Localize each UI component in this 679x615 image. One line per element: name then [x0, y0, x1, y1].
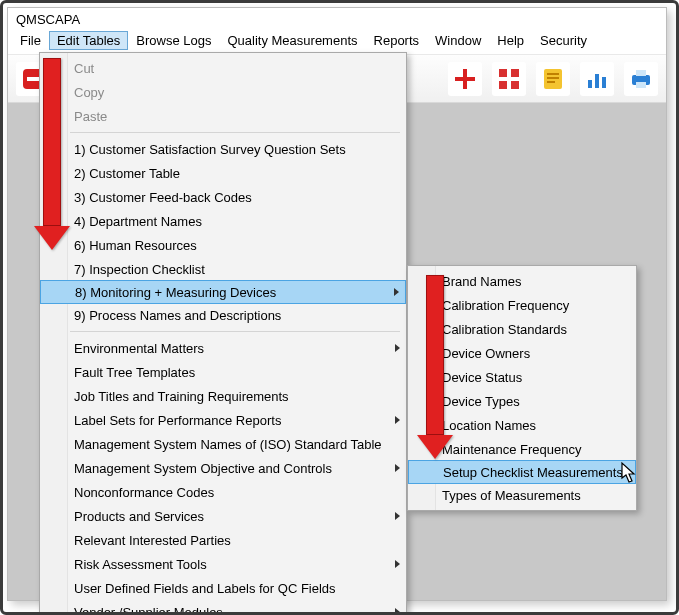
menu-department-names[interactable]: 4) Department Names — [40, 209, 406, 233]
menu-label-sets-performance[interactable]: Label Sets for Performance Reports — [40, 408, 406, 432]
submenu-device-status[interactable]: Device Status — [408, 365, 636, 389]
menu-label: Device Status — [442, 370, 522, 385]
menu-label: 8) Monitoring + Measuring Devices — [75, 285, 276, 300]
menu-label: 9) Process Names and Descriptions — [74, 308, 281, 323]
submenu-arrow-icon — [395, 464, 400, 472]
submenu-calibration-frequency[interactable]: Calibration Frequency — [408, 293, 636, 317]
menu-label: Paste — [74, 109, 107, 124]
menu-edit-tables[interactable]: Edit Tables — [49, 31, 128, 50]
menu-interested-parties[interactable]: Relevant Interested Parties — [40, 528, 406, 552]
menu-risk-assessment-tools[interactable]: Risk Assessment Tools — [40, 552, 406, 576]
menu-label: Risk Assessment Tools — [74, 557, 207, 572]
toolbar-printer-button[interactable] — [624, 62, 658, 96]
menu-customer-satisfaction[interactable]: 1) Customer Satisfaction Survey Question… — [40, 137, 406, 161]
menu-label: Cut — [74, 61, 94, 76]
menu-vendor-supplier-modules[interactable]: Vendor /Supplier Modules — [40, 600, 406, 615]
menu-quality-measurements[interactable]: Quality Measurements — [219, 31, 365, 50]
submenu-calibration-standards[interactable]: Calibration Standards — [408, 317, 636, 341]
submenu-brand-names[interactable]: Brand Names — [408, 269, 636, 293]
toolbar-notes-button[interactable] — [536, 62, 570, 96]
submenu-arrow-icon — [395, 416, 400, 424]
menu-objective-controls[interactable]: Management System Objective and Controls — [40, 456, 406, 480]
menu-label: Job Titles and Training Requirements — [74, 389, 289, 404]
menu-label: Location Names — [442, 418, 536, 433]
svg-rect-16 — [636, 70, 646, 76]
menu-label: Environmental Matters — [74, 341, 204, 356]
menu-label: Vendor /Supplier Modules — [74, 605, 223, 616]
menu-process-names[interactable]: 9) Process Names and Descriptions — [40, 303, 406, 327]
submenu-arrow-icon — [394, 288, 399, 296]
menu-label: Device Owners — [442, 346, 530, 361]
submenu-arrow-icon — [395, 560, 400, 568]
submenu-location-names[interactable]: Location Names — [408, 413, 636, 437]
menu-separator — [40, 327, 406, 336]
menu-label: 6) Human Resources — [74, 238, 197, 253]
edit-tables-dropdown: Cut Copy Paste 1) Customer Satisfaction … — [39, 52, 407, 615]
menu-help[interactable]: Help — [489, 31, 532, 50]
svg-rect-12 — [588, 80, 592, 88]
submenu-arrow-icon — [395, 608, 400, 615]
menu-nonconformance-codes[interactable]: Nonconformance Codes — [40, 480, 406, 504]
svg-rect-7 — [511, 81, 519, 89]
menu-customer-feedback-codes[interactable]: 3) Customer Feed-back Codes — [40, 185, 406, 209]
menu-reports[interactable]: Reports — [366, 31, 428, 50]
submenu-device-types[interactable]: Device Types — [408, 389, 636, 413]
toolbar-plus-button[interactable] — [448, 62, 482, 96]
menu-job-titles-training[interactable]: Job Titles and Training Requirements — [40, 384, 406, 408]
printer-icon — [628, 66, 654, 92]
menu-label: Setup Checklist Measurements — [443, 465, 623, 480]
menu-label: Nonconformance Codes — [74, 485, 214, 500]
submenu-setup-checklist-measurements[interactable]: Setup Checklist Measurements — [408, 460, 636, 484]
toolbar-grid-button[interactable] — [492, 62, 526, 96]
menu-label: Calibration Standards — [442, 322, 567, 337]
menu-label: 3) Customer Feed-back Codes — [74, 190, 252, 205]
bar-chart-icon — [584, 66, 610, 92]
menu-file[interactable]: File — [12, 31, 49, 50]
menu-label: Calibration Frequency — [442, 298, 569, 313]
toolbar-bars-button[interactable] — [580, 62, 614, 96]
menu-label: Maintenance Frequency — [442, 442, 581, 457]
menu-label: Management System Objective and Controls — [74, 461, 332, 476]
svg-rect-11 — [547, 81, 555, 83]
menu-label: User Defined Fields and Labels for QC Fi… — [74, 581, 336, 596]
submenu-maintenance-frequency[interactable]: Maintenance Frequency — [408, 437, 636, 461]
svg-rect-10 — [547, 77, 559, 79]
menu-label: 1) Customer Satisfaction Survey Question… — [74, 142, 346, 157]
menu-iso-standard-table[interactable]: Management System Names of (ISO) Standar… — [40, 432, 406, 456]
submenu-arrow-icon — [395, 344, 400, 352]
menu-customer-table[interactable]: 2) Customer Table — [40, 161, 406, 185]
menu-label: Copy — [74, 85, 104, 100]
menu-security[interactable]: Security — [532, 31, 595, 50]
menu-monitoring-measuring-devices[interactable]: 8) Monitoring + Measuring Devices — [40, 280, 406, 304]
svg-rect-9 — [547, 73, 559, 75]
menu-label: Management System Names of (ISO) Standar… — [74, 437, 382, 452]
svg-rect-5 — [511, 69, 519, 77]
svg-rect-4 — [499, 69, 507, 77]
menu-label: Device Types — [442, 394, 520, 409]
menu-label: 4) Department Names — [74, 214, 202, 229]
menu-label: Fault Tree Templates — [74, 365, 195, 380]
menu-cut: Cut — [40, 56, 406, 80]
submenu-arrow-icon — [395, 512, 400, 520]
menu-paste: Paste — [40, 104, 406, 128]
submenu-types-of-measurements[interactable]: Types of Measurements — [408, 483, 636, 507]
submenu-device-owners[interactable]: Device Owners — [408, 341, 636, 365]
menu-window[interactable]: Window — [427, 31, 489, 50]
notes-icon — [540, 66, 566, 92]
menu-user-defined-fields[interactable]: User Defined Fields and Labels for QC Fi… — [40, 576, 406, 600]
menu-products-services[interactable]: Products and Services — [40, 504, 406, 528]
menu-browse-logs[interactable]: Browse Logs — [128, 31, 219, 50]
title-bar: QMSCAPA — [8, 8, 666, 29]
menu-inspection-checklist[interactable]: 7) Inspection Checklist — [40, 257, 406, 281]
svg-rect-3 — [455, 77, 475, 81]
menu-human-resources[interactable]: 6) Human Resources — [40, 233, 406, 257]
svg-rect-1 — [27, 77, 39, 81]
monitoring-devices-submenu: Brand Names Calibration Frequency Calibr… — [407, 265, 637, 511]
menu-environmental-matters[interactable]: Environmental Matters — [40, 336, 406, 360]
menu-label: Products and Services — [74, 509, 204, 524]
svg-rect-13 — [595, 74, 599, 88]
menu-label: Brand Names — [442, 274, 521, 289]
menu-label: 7) Inspection Checklist — [74, 262, 205, 277]
window-title: QMSCAPA — [16, 12, 80, 27]
menu-fault-tree-templates[interactable]: Fault Tree Templates — [40, 360, 406, 384]
